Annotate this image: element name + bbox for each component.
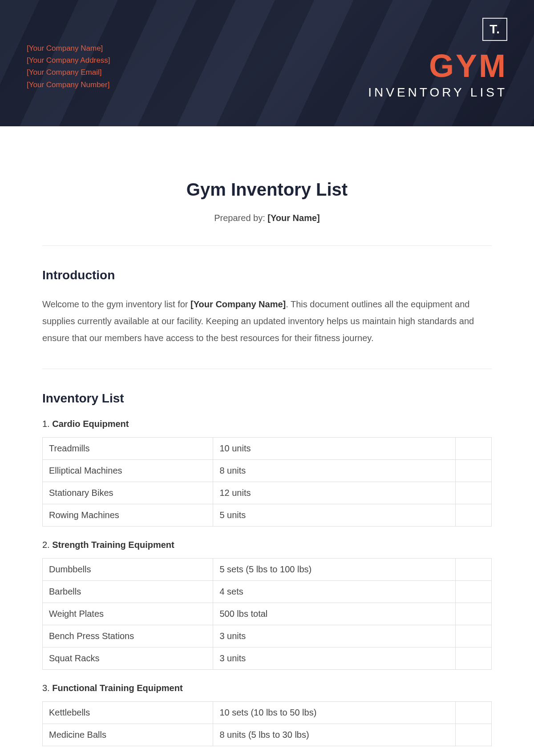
table-row: Stationary Bikes12 units (43, 482, 492, 504)
company-address-placeholder: [Your Company Address] (27, 54, 110, 66)
category-title: 1. Cardio Equipment (42, 419, 492, 429)
category-title: 2. Strength Training Equipment (42, 540, 492, 550)
company-name-placeholder: [Your Company Name] (27, 42, 110, 54)
item-qty-cell: 500 lbs total (213, 603, 456, 625)
item-qty-cell: 4 sets (213, 581, 456, 603)
introduction-heading: Introduction (42, 268, 492, 282)
inventory-categories: 1. Cardio EquipmentTreadmills10 unitsEll… (42, 419, 492, 746)
item-blank-cell (456, 647, 492, 670)
item-blank-cell (456, 702, 492, 724)
item-blank-cell (456, 724, 492, 746)
item-blank-cell (456, 460, 492, 482)
table-row: Elliptical Machines8 units (43, 460, 492, 482)
category-number: 1. (42, 419, 52, 429)
item-blank-cell (456, 482, 492, 504)
company-email-placeholder: [Your Company Email] (27, 66, 110, 78)
prepared-by-line: Prepared by: [Your Name] (42, 213, 492, 223)
table-row: Squat Racks3 units (43, 647, 492, 670)
divider (42, 369, 492, 369)
table-row: Barbells4 sets (43, 581, 492, 603)
item-name-cell: Rowing Machines (43, 504, 213, 527)
category-title: 3. Functional Training Equipment (42, 683, 492, 693)
item-blank-cell (456, 504, 492, 527)
brand-subtitle: INVENTORY LIST (368, 85, 507, 100)
item-name-cell: Stationary Bikes (43, 482, 213, 504)
item-qty-cell: 5 sets (5 lbs to 100 lbs) (213, 559, 456, 581)
item-name-cell: Medicine Balls (43, 724, 213, 746)
item-qty-cell: 3 units (213, 647, 456, 670)
item-blank-cell (456, 625, 492, 647)
item-qty-cell: 10 units (213, 438, 456, 460)
category-number: 2. (42, 540, 52, 550)
item-name-cell: Treadmills (43, 438, 213, 460)
table-row: Rowing Machines5 units (43, 504, 492, 527)
item-name-cell: Kettlebells (43, 702, 213, 724)
table-row: Medicine Balls8 units (5 lbs to 30 lbs) (43, 724, 492, 746)
inventory-heading: Inventory List (42, 391, 492, 406)
document-page: [Your Company Name] [Your Company Addres… (0, 0, 534, 756)
inventory-table: Kettlebells10 sets (10 lbs to 50 lbs)Med… (42, 701, 492, 746)
item-name-cell: Elliptical Machines (43, 460, 213, 482)
prepared-by-value: [Your Name] (267, 213, 320, 223)
inventory-table: Treadmills10 unitsElliptical Machines8 u… (42, 437, 492, 527)
divider (42, 245, 492, 246)
item-qty-cell: 12 units (213, 482, 456, 504)
introduction-text: Welcome to the gym inventory list for [Y… (42, 296, 492, 346)
item-qty-cell: 5 units (213, 504, 456, 527)
table-row: Dumbbells5 sets (5 lbs to 100 lbs) (43, 559, 492, 581)
category-name: Cardio Equipment (52, 419, 129, 429)
intro-company-placeholder: [Your Company Name] (190, 299, 286, 309)
prepared-by-label: Prepared by: (214, 213, 267, 223)
intro-text-before: Welcome to the gym inventory list for (42, 299, 190, 309)
item-qty-cell: 3 units (213, 625, 456, 647)
item-name-cell: Squat Racks (43, 647, 213, 670)
document-header: [Your Company Name] [Your Company Addres… (0, 0, 534, 126)
header-branding: T. GYM INVENTORY LIST (368, 18, 507, 100)
table-row: Weight Plates500 lbs total (43, 603, 492, 625)
item-blank-cell (456, 603, 492, 625)
item-qty-cell: 8 units (5 lbs to 30 lbs) (213, 724, 456, 746)
item-qty-cell: 8 units (213, 460, 456, 482)
category-name: Functional Training Equipment (52, 683, 182, 693)
item-name-cell: Dumbbells (43, 559, 213, 581)
company-info-block: [Your Company Name] [Your Company Addres… (27, 42, 110, 91)
item-blank-cell (456, 438, 492, 460)
item-name-cell: Weight Plates (43, 603, 213, 625)
item-blank-cell (456, 581, 492, 603)
table-row: Bench Press Stations3 units (43, 625, 492, 647)
item-qty-cell: 10 sets (10 lbs to 50 lbs) (213, 702, 456, 724)
table-row: Treadmills10 units (43, 438, 492, 460)
item-name-cell: Barbells (43, 581, 213, 603)
inventory-table: Dumbbells5 sets (5 lbs to 100 lbs)Barbel… (42, 558, 492, 670)
category-number: 3. (42, 683, 52, 693)
category-name: Strength Training Equipment (52, 540, 174, 550)
table-row: Kettlebells10 sets (10 lbs to 50 lbs) (43, 702, 492, 724)
company-number-placeholder: [Your Company Number] (27, 79, 110, 91)
item-name-cell: Bench Press Stations (43, 625, 213, 647)
document-body: Gym Inventory List Prepared by: [Your Na… (0, 126, 534, 756)
item-blank-cell (456, 559, 492, 581)
logo-mark: T. (482, 18, 507, 41)
brand-title: GYM (368, 50, 507, 82)
page-title: Gym Inventory List (42, 180, 492, 200)
